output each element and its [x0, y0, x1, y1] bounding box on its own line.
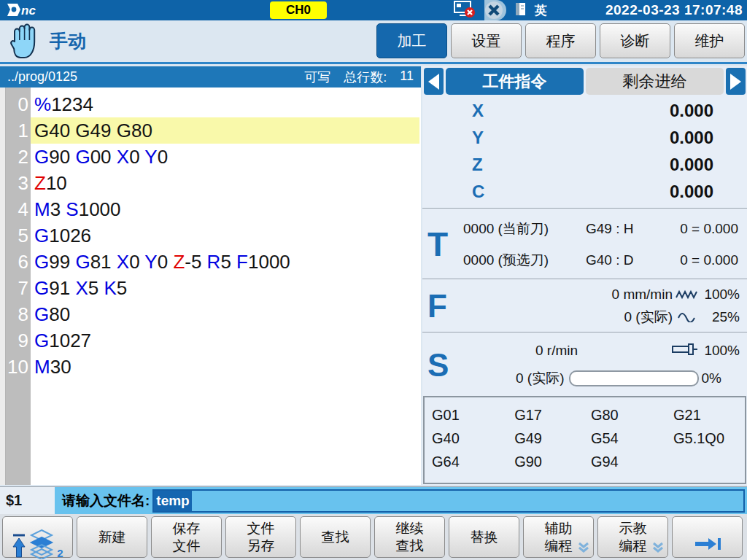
code-text[interactable]: G80 [31, 301, 419, 327]
code-text[interactable]: G90 G00 X0 Y0 [31, 144, 419, 170]
double-chevron-down-icon [578, 523, 589, 558]
spindle-load-bar [569, 370, 699, 386]
spindle-override-icon [672, 343, 698, 359]
tool-row-preselect: 0000 (预选刀) G40 : D 0 = 0.000 [422, 244, 747, 276]
g-code: G01 [432, 407, 514, 424]
code-text[interactable]: G91 X5 K5 [31, 275, 419, 301]
code-text[interactable]: G99 G81 X0 Y0 Z-5 R5 F1000 [31, 249, 419, 275]
line-number: 2 [6, 144, 31, 170]
axis-name: Z [472, 155, 483, 175]
tab-machining[interactable]: 加工 [376, 23, 447, 58]
h-compensation: G49 : H [586, 221, 672, 237]
editor-body[interactable]: 0%12341G40 G49 G802G90 G00 X0 Y03Z104M3 … [0, 88, 421, 485]
code-line[interactable]: 8G80 [6, 301, 419, 327]
tab-diagnosis[interactable]: 诊断 [600, 23, 670, 58]
code-text-highlighted[interactable]: G40 G49 G80 [31, 117, 419, 144]
rapid-override-pct: 100% [702, 287, 740, 303]
teach-programming-button[interactable]: 示教 编程 [597, 516, 668, 558]
g-code: G94 [591, 454, 673, 470]
tab-program[interactable]: 程序 [525, 23, 596, 58]
channel-label: $1 [0, 492, 55, 509]
line-number: 3 [6, 170, 31, 196]
feed-row-command: 0 mm/min 100% [422, 283, 747, 306]
code-line[interactable]: 0%1234 [6, 91, 419, 117]
axis-name: X [472, 101, 484, 121]
line-number: 8 [6, 301, 31, 327]
find-button[interactable]: 查找 [300, 516, 371, 558]
modal-g-codes: G01 G17 G80 G21 G40 G49 G54 G5.1Q0 G64 G… [423, 396, 746, 484]
next-menu-button[interactable] [672, 516, 743, 558]
datetime-display: 2022-03-23 17:07:48 [605, 0, 743, 20]
g-code: G17 [514, 407, 591, 424]
spindle-letter: S [427, 347, 449, 384]
code-line[interactable]: 2G90 G00 X0 Y0 [6, 144, 419, 170]
code-line[interactable]: 5G1026 [6, 222, 419, 249]
h-comp-value: 0 = 0.000 [672, 221, 738, 237]
code-lines: 0%12341G40 G49 G802G90 G00 X0 Y03Z104M3 … [6, 91, 419, 380]
code-line[interactable]: 4M3 S1000 [6, 196, 419, 222]
code-line[interactable]: 9G1027 [6, 327, 419, 354]
tab-workpiece-command[interactable]: 工件指令 [446, 68, 584, 95]
line-number: 6 [6, 249, 31, 275]
mode-label: 手动 [50, 20, 86, 62]
code-text[interactable]: %1234 [31, 91, 419, 117]
main-tabs: 加工 设置 程序 诊断 维护 [376, 23, 745, 58]
replace-button[interactable]: 替换 [449, 516, 519, 558]
left-triangle-icon [428, 74, 439, 90]
code-line[interactable]: 6G99 G81 X0 Y0 Z-5 R5 F1000 [6, 249, 419, 275]
filename-input[interactable]: temp [152, 489, 745, 513]
axis-row-y: Y 0.000 [422, 124, 747, 151]
panel-next-button[interactable] [726, 68, 746, 95]
code-text[interactable]: M30 [31, 354, 419, 380]
layer-count-badge: 2 [57, 547, 63, 560]
save-as-button[interactable]: 文件 另存 [225, 516, 296, 558]
editor-scrollbar[interactable] [0, 88, 6, 485]
line-number: 0 [6, 91, 31, 117]
mode-bar: 手动 加工 设置 程序 诊断 维护 [0, 20, 747, 64]
tool-row-current: 0000 (当前刀) G49 : H 0 = 0.000 [422, 213, 747, 244]
code-text[interactable]: G1027 [31, 327, 419, 354]
code-line[interactable]: 7G91 X5 K5 [6, 275, 419, 301]
right-triangle-icon [730, 74, 741, 90]
find-next-button[interactable]: 继续 查找 [374, 516, 445, 558]
aux-programming-button[interactable]: 辅助 编程 [523, 516, 594, 558]
axis-row-z: Z 0.000 [422, 151, 747, 178]
line-number: 9 [6, 327, 31, 354]
teach-programming-label: 示教 编程 [619, 520, 647, 555]
save-file-button[interactable]: 保存 文件 [151, 516, 222, 558]
code-text[interactable]: Z10 [31, 170, 419, 196]
new-file-button[interactable]: 新建 [77, 516, 147, 558]
code-line[interactable]: 10M30 [6, 354, 419, 380]
spindle-load-pct: 0% [702, 370, 721, 386]
feed-override-icon [673, 312, 702, 322]
panel-prev-button[interactable] [424, 68, 444, 95]
tab-remaining-feed[interactable]: 剩余进给 [586, 68, 724, 95]
g-code: G54 [591, 430, 673, 447]
top-status-bar: nc CH0 英 [0, 0, 747, 20]
code-line[interactable]: 3Z10 [6, 170, 419, 196]
code-text[interactable]: G1026 [31, 222, 419, 249]
alarm-clear-icon[interactable] [484, 0, 506, 20]
g-code: G80 [591, 407, 673, 424]
code-line[interactable]: 1G40 G49 G80 [6, 117, 419, 144]
g-code: G49 [514, 430, 591, 447]
axis-row-c: C 0.000 [422, 178, 747, 205]
filename-prompt-band: 请输入文件名: temp [55, 487, 747, 514]
language-indicator[interactable]: 英 [535, 2, 547, 19]
spindle-override-pct: 100% [704, 343, 740, 359]
scroll-top-icon [12, 516, 26, 560]
line-number: 10 [6, 354, 31, 380]
tab-maintenance[interactable]: 维护 [674, 23, 745, 58]
status-panel: 工件指令 剩余进给 X 0.000 Y 0.000 Z 0.000 C 0.00… [422, 66, 747, 485]
double-chevron-down-icon [652, 523, 664, 558]
svg-text:nc: nc [21, 4, 36, 18]
ime-book-icon [515, 2, 526, 19]
axis-value: 0.000 [670, 182, 713, 202]
view-controls-button[interactable]: 2 [2, 516, 73, 558]
axis-position-table: X 0.000 Y 0.000 Z 0.000 C 0.000 [422, 96, 747, 209]
feed-override-pct: 25% [702, 309, 740, 325]
tab-settings[interactable]: 设置 [451, 23, 522, 58]
rapid-override-icon [673, 289, 702, 300]
code-text[interactable]: M3 S1000 [31, 196, 419, 222]
tool-letter: T [427, 225, 448, 264]
